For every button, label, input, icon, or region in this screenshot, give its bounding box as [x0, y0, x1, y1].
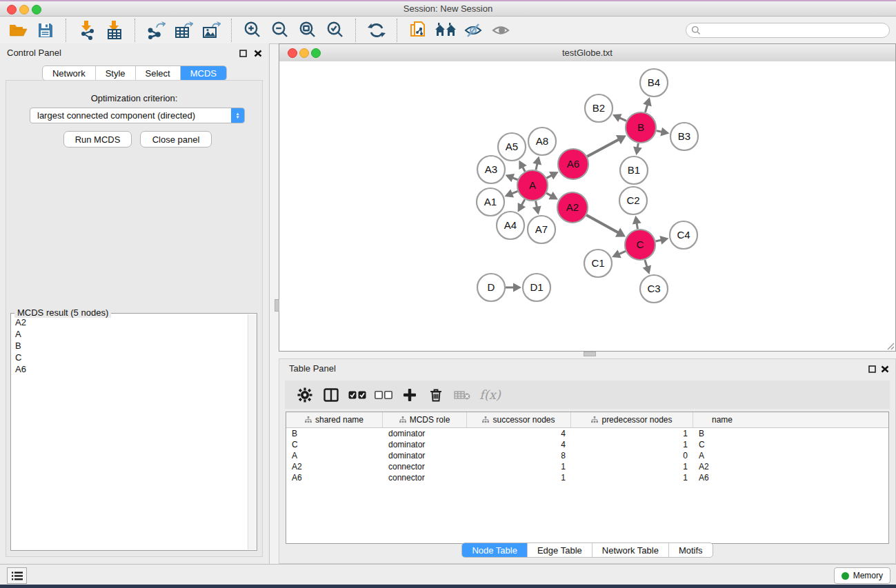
save-session-icon[interactable]	[32, 19, 59, 42]
tab-edge-table[interactable]: Edge Table	[527, 543, 592, 557]
criterion-dropdown[interactable]: largest connected component (directed) ▲…	[30, 108, 245, 123]
mcds-result-item[interactable]: B	[11, 340, 248, 352]
node-C[interactable]: C	[625, 230, 655, 260]
svg-text:B1: B1	[628, 164, 640, 176]
window-titlebar: Session: New Session	[0, 1, 896, 17]
tab-select[interactable]: Select	[135, 66, 180, 80]
import-table-icon[interactable]	[101, 19, 128, 42]
export-network-icon[interactable]	[142, 19, 170, 42]
tab-style[interactable]: Style	[95, 66, 135, 80]
network-horizontal-scrollbar[interactable]	[584, 352, 596, 356]
refresh-icon[interactable]	[363, 19, 390, 42]
zoom-out-icon[interactable]	[266, 19, 294, 42]
node-C3[interactable]: C3	[640, 275, 668, 303]
node-B1[interactable]: B1	[620, 156, 648, 184]
svg-text:B3: B3	[678, 130, 690, 142]
table-panel-title: Table Panel	[289, 363, 336, 374]
node-B3[interactable]: B3	[670, 123, 698, 150]
home-icon[interactable]	[432, 19, 459, 42]
mcds-panel-body: Optimization criterion: largest connecte…	[6, 80, 263, 557]
node-A2[interactable]: A2	[557, 192, 588, 223]
svg-text:C3: C3	[647, 283, 660, 294]
graph-edge-A2-C[interactable]	[586, 215, 619, 233]
zoom-selected-icon[interactable]	[321, 19, 349, 42]
mcds-result-item[interactable]: A6	[11, 363, 248, 375]
mcds-result-item[interactable]: A2	[11, 316, 248, 328]
deselect-all-icon[interactable]	[370, 383, 397, 407]
task-history-button[interactable]	[7, 567, 27, 584]
edge-arrowhead	[633, 216, 641, 225]
mcds-result-item[interactable]: A	[11, 328, 248, 340]
edge-arrowhead	[532, 205, 541, 214]
table-row[interactable]: A2connector11A2	[286, 461, 888, 472]
run-mcds-button[interactable]: Run MCDS	[63, 131, 132, 148]
column-header-shared-name[interactable]: shared name	[286, 412, 383, 427]
import-network-icon[interactable]	[73, 19, 101, 42]
list-icon	[12, 571, 23, 580]
tab-motifs[interactable]: Motifs	[668, 543, 713, 557]
control-panel-tabs: NetworkStyleSelectMCDS	[42, 65, 227, 81]
node-A3[interactable]: A3	[477, 156, 505, 183]
table-float-panel-icon[interactable]	[868, 363, 876, 376]
table-row[interactable]: Bdominator41B	[286, 428, 888, 439]
export-table-icon[interactable]	[170, 19, 197, 42]
tab-network-table[interactable]: Network Table	[592, 543, 668, 557]
node-D1[interactable]: D1	[523, 274, 550, 301]
zoom-in-icon[interactable]	[239, 19, 266, 42]
network-canvas[interactable]: B4B2BB3A5A8A6B1A3AC2A1A2A4A7C4CC1DD1C3	[279, 61, 895, 351]
delete-column-icon[interactable]	[423, 383, 449, 407]
column-header-name[interactable]: name	[693, 412, 751, 427]
column-header-successor-nodes[interactable]: successor nodes	[467, 412, 571, 427]
edge-arrowhead	[643, 265, 651, 274]
table-cell: 1	[571, 440, 693, 449]
show-details-icon[interactable]	[487, 19, 515, 42]
gear-icon[interactable]	[292, 383, 318, 407]
column-header-MCDS-role[interactable]: MCDS role	[383, 412, 467, 427]
node-B4[interactable]: B4	[640, 69, 668, 97]
hide-details-icon[interactable]	[459, 19, 487, 42]
node-C1[interactable]: C1	[584, 250, 612, 277]
graph-edge-A6-B[interactable]	[587, 139, 619, 156]
node-C2[interactable]: C2	[619, 187, 647, 214]
zoom-fit-icon[interactable]	[294, 19, 321, 42]
mcds-result-item[interactable]: C	[11, 352, 248, 363]
node-A4[interactable]: A4	[497, 212, 524, 239]
main-toolbar	[0, 17, 896, 44]
node-B[interactable]: B	[626, 112, 656, 143]
close-panel-button[interactable]: Close panel	[140, 131, 212, 148]
node-A8[interactable]: A8	[528, 128, 556, 155]
mcds-list-scrollbar[interactable]	[248, 314, 257, 549]
node-A5[interactable]: A5	[498, 133, 526, 161]
open-session-icon[interactable]	[4, 19, 32, 42]
memory-button[interactable]: Memory	[834, 567, 890, 584]
close-panel-icon[interactable]	[254, 48, 262, 60]
function-builder-icon[interactable]: f(x)	[479, 387, 501, 402]
network-window-titlebar[interactable]: testGlobe.txt	[279, 44, 895, 62]
node-A[interactable]: A	[517, 170, 548, 201]
node-A7[interactable]: A7	[528, 216, 555, 243]
node-A6[interactable]: A6	[558, 149, 588, 179]
show-columns-icon[interactable]	[318, 383, 344, 407]
node-C4[interactable]: C4	[670, 221, 697, 249]
table-row[interactable]: Adominator80A	[286, 450, 888, 461]
node-B2[interactable]: B2	[585, 94, 613, 122]
delete-table-icon[interactable]	[449, 383, 475, 407]
tab-mcds[interactable]: MCDS	[180, 66, 226, 80]
column-header-predecessor-nodes[interactable]: predecessor nodes	[571, 412, 693, 427]
resize-grip-icon[interactable]	[886, 342, 895, 350]
select-all-icon[interactable]	[344, 383, 370, 407]
network-vertical-scrollbar[interactable]	[275, 299, 279, 312]
search-input[interactable]	[686, 23, 890, 38]
node-D[interactable]: D	[477, 274, 505, 301]
tab-node-table[interactable]: Node Table	[462, 543, 527, 557]
new-network-from-selection-icon[interactable]	[404, 19, 432, 42]
tab-network[interactable]: Network	[43, 66, 95, 80]
table-cell: 0	[571, 451, 693, 460]
export-image-icon[interactable]	[197, 19, 225, 42]
table-row[interactable]: A6connector11A6	[286, 472, 888, 483]
node-A1[interactable]: A1	[477, 188, 504, 216]
float-panel-icon[interactable]	[239, 48, 247, 60]
add-column-icon[interactable]	[397, 383, 423, 407]
table-row[interactable]: Cdominator41C	[286, 439, 888, 450]
table-close-panel-icon[interactable]	[881, 363, 889, 376]
